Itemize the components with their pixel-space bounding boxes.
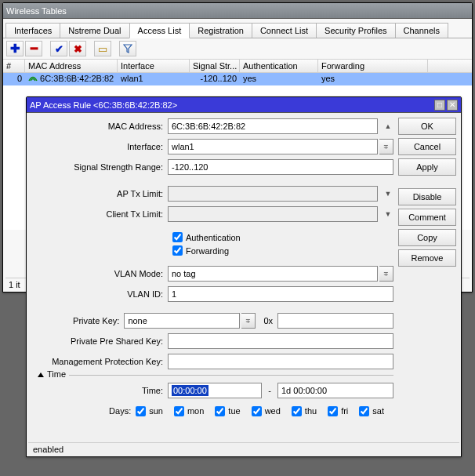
interface-label: Interface:	[30, 142, 168, 151]
sat-checkbox[interactable]	[359, 406, 369, 416]
authentication-checkbox-label[interactable]: Authentication	[172, 232, 241, 242]
private-key-type-input[interactable]	[124, 313, 240, 329]
ap-tx-label: AP Tx Limit:	[30, 189, 168, 198]
psk-label: Private Pre Shared Key:	[30, 336, 168, 346]
day-tue[interactable]: tue	[215, 406, 240, 416]
signal-range-input[interactable]	[168, 159, 393, 175]
copy-button[interactable]: Copy	[398, 229, 456, 246]
authentication-checkbox[interactable]	[172, 232, 183, 242]
time-to-input[interactable]	[277, 383, 393, 398]
sep-icon	[113, 41, 118, 56]
main-titlebar[interactable]: Wireless Tables	[3, 3, 472, 19]
time-range-sep: -	[268, 386, 271, 395]
sat-text: sat	[372, 406, 384, 416]
auth-text: Authentication	[186, 233, 241, 242]
day-sat[interactable]: sat	[359, 406, 384, 416]
dialog-title: AP Access Rule <6C:3B:6B:42:2B:82>	[30, 100, 177, 110]
day-mon[interactable]: mon	[174, 406, 204, 416]
sep-icon	[44, 41, 49, 56]
time-from-input[interactable]: 00:00:00	[168, 383, 262, 398]
tab-registration[interactable]: Registration	[189, 23, 252, 38]
remove-button[interactable]: ━	[25, 41, 42, 56]
mpk-label: Management Protection Key:	[30, 357, 168, 366]
funnel-icon	[123, 44, 132, 53]
th-signal[interactable]: Signal Str...	[190, 60, 240, 72]
minimize-button[interactable]: □	[434, 100, 445, 111]
time-from-value: 00:00:00	[172, 385, 208, 396]
private-key-dropdown[interactable]: ∓	[241, 313, 256, 329]
fri-text: fri	[341, 406, 348, 416]
mac-address-input[interactable]	[168, 118, 378, 134]
day-sun[interactable]: sun	[136, 406, 163, 416]
hex-prefix-label: 0x	[263, 316, 273, 325]
th-iface[interactable]: Interface	[118, 60, 190, 72]
th-mac[interactable]: MAC Address	[25, 60, 118, 72]
th-auth[interactable]: Authentication	[240, 60, 318, 72]
apply-button[interactable]: Apply	[398, 158, 456, 176]
table-row[interactable]: 0 6C:3B:6B:42:2B:82 wlan1 -120..120 yes …	[3, 73, 472, 85]
dialog-titlebar[interactable]: AP Access Rule <6C:3B:6B:42:2B:82> □ ✕	[27, 97, 461, 113]
time-section-divider: Time	[38, 375, 393, 376]
mon-checkbox[interactable]	[174, 406, 184, 416]
comment-button[interactable]: ▭	[94, 41, 111, 56]
collapse-triangle-icon	[38, 372, 44, 377]
signal-icon	[28, 74, 38, 82]
vlan-mode-dropdown[interactable]: ∓	[379, 266, 393, 282]
cell-signal: -120..120	[190, 73, 240, 85]
ap-access-rule-dialog: AP Access Rule <6C:3B:6B:42:2B:82> □ ✕ M…	[26, 96, 462, 457]
enable-button[interactable]: ✔	[50, 41, 67, 56]
collapse-up-icon[interactable]: ▲	[383, 121, 393, 132]
thu-checkbox[interactable]	[292, 406, 302, 416]
cell-mac-text: 6C:3B:6B:42:2B:82	[40, 74, 114, 83]
expand-down-icon[interactable]: ▼	[383, 188, 393, 199]
dialog-buttons: OK Cancel Apply Disable Comment Copy Rem…	[398, 118, 456, 267]
add-button[interactable]: ✚	[6, 41, 24, 56]
sun-text: sun	[149, 406, 163, 416]
tab-security-profiles[interactable]: Security Profiles	[316, 23, 395, 38]
th-num[interactable]: #	[3, 60, 25, 72]
time-section-legend[interactable]: Time	[38, 369, 69, 379]
cell-fwd: yes	[318, 73, 428, 85]
fri-checkbox[interactable]	[328, 406, 338, 416]
form-column: MAC Address: ▲ Interface: ∓ Signal Stren…	[30, 118, 393, 438]
cancel-button[interactable]: Cancel	[398, 138, 456, 155]
cell-mac: 6C:3B:6B:42:2B:82	[25, 73, 118, 85]
disable-button[interactable]: Disable	[398, 188, 456, 205]
day-thu[interactable]: thu	[292, 406, 317, 416]
tab-interfaces[interactable]: Interfaces	[5, 23, 60, 38]
mpk-input[interactable]	[168, 354, 393, 369]
tab-nstreme-dual[interactable]: Nstreme Dual	[60, 23, 129, 38]
interface-input[interactable]	[168, 139, 378, 154]
comment-button[interactable]: Comment	[398, 209, 456, 226]
ok-button[interactable]: OK	[398, 118, 456, 135]
tab-access-list[interactable]: Access List	[129, 23, 190, 38]
client-tx-input[interactable]	[168, 206, 378, 222]
vlan-id-label: VLAN ID:	[30, 289, 168, 299]
tab-connect-list[interactable]: Connect List	[252, 23, 317, 38]
day-wed[interactable]: wed	[252, 406, 281, 416]
psk-input[interactable]	[168, 333, 393, 349]
forwarding-checkbox-label[interactable]: Forwarding	[172, 245, 229, 256]
vlan-id-input[interactable]	[168, 286, 393, 302]
tue-checkbox[interactable]	[215, 406, 225, 416]
tab-channels[interactable]: Channels	[395, 23, 448, 38]
filter-button[interactable]	[119, 41, 136, 56]
vlan-mode-input[interactable]	[168, 266, 378, 282]
dialog-statusbar: enabled	[28, 442, 459, 456]
interface-dropdown[interactable]: ∓	[379, 139, 393, 154]
forwarding-checkbox[interactable]	[172, 245, 183, 256]
disable-button[interactable]: ✖	[69, 41, 86, 56]
sun-checkbox[interactable]	[136, 406, 146, 416]
tue-text: tue	[228, 406, 240, 416]
mac-address-label: MAC Address:	[30, 122, 168, 131]
private-key-hex-input[interactable]	[277, 313, 393, 329]
day-fri[interactable]: fri	[328, 406, 348, 416]
close-button[interactable]: ✕	[447, 100, 458, 111]
main-window-title: Wireless Tables	[6, 6, 67, 16]
remove-button[interactable]: Remove	[398, 249, 456, 267]
ap-tx-input[interactable]	[168, 186, 378, 202]
time-label: Time:	[30, 386, 168, 395]
wed-checkbox[interactable]	[252, 406, 262, 416]
expand-down-icon[interactable]: ▼	[383, 209, 393, 220]
th-fwd[interactable]: Forwarding	[318, 60, 428, 72]
